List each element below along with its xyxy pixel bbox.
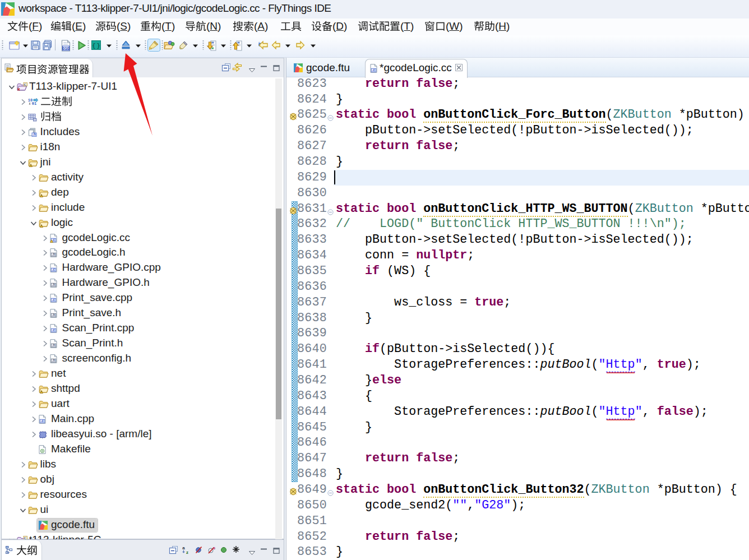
- svg-text:.c: .c: [52, 268, 55, 272]
- svg-text:.c: .c: [52, 238, 55, 242]
- svg-text:.c: .c: [52, 328, 55, 332]
- svg-text:.h: .h: [52, 253, 55, 257]
- svg-text:.c: .c: [372, 68, 376, 72]
- svg-text:.c: .c: [41, 419, 44, 423]
- svg-text:s: s: [213, 545, 215, 550]
- svg-text:{ }: { }: [92, 43, 100, 49]
- svg-text:010: 010: [62, 46, 70, 51]
- svg-text:.h: .h: [52, 358, 55, 362]
- svg-text:01: 01: [31, 101, 36, 106]
- svg-text:.h: .h: [52, 313, 55, 317]
- svg-text:.h: .h: [52, 343, 55, 347]
- svg-text:.h: .h: [33, 132, 36, 136]
- svg-text:a: a: [182, 545, 185, 550]
- svg-text:.h: .h: [52, 283, 55, 286]
- svg-text:C: C: [24, 82, 27, 86]
- svg-text:.c: .c: [52, 298, 55, 302]
- svg-text:z: z: [186, 550, 188, 555]
